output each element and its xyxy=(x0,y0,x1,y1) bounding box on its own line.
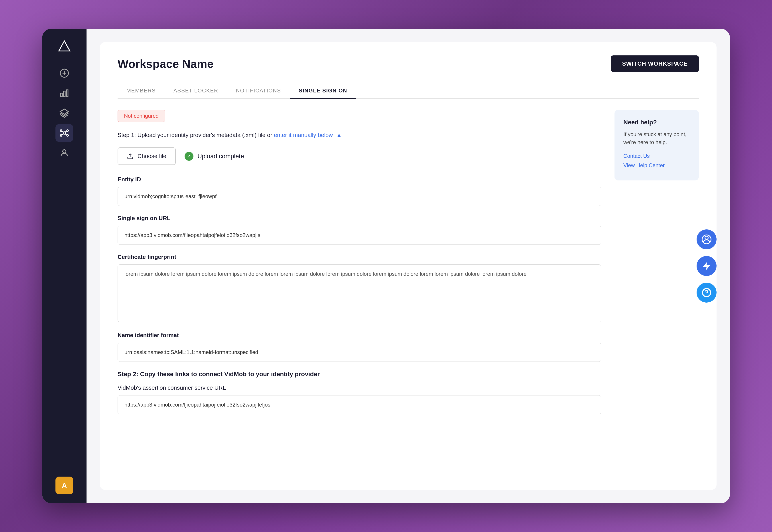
tabs: MEMBERS ASSET LOCKER NOTIFICATIONS SINGL… xyxy=(117,83,699,99)
name-id-input[interactable] xyxy=(117,343,601,362)
svg-rect-4 xyxy=(61,93,62,97)
entity-id-input[interactable] xyxy=(117,187,601,206)
upload-icon xyxy=(127,153,133,160)
upload-complete-status: ✓ Upload complete xyxy=(184,152,244,161)
tab-asset-locker[interactable]: ASSET LOCKER xyxy=(164,83,227,99)
svg-line-13 xyxy=(62,131,63,132)
step2-label: Step 2: Copy these links to connect VidM… xyxy=(117,371,601,378)
contact-us-link[interactable]: Contact Us xyxy=(623,153,690,159)
help-title: Need help? xyxy=(623,119,690,126)
acs-url-label: VidMob's assertion consumer service URL xyxy=(117,384,601,391)
step1-prefix: Step 1: Upload your identity provider's … xyxy=(117,132,272,138)
help-description: If you're stuck at any point, we're here… xyxy=(623,130,690,146)
question-icon xyxy=(702,288,711,297)
sidebar: A xyxy=(42,29,86,503)
svg-point-19 xyxy=(705,236,708,239)
view-help-center-link[interactable]: View Help Center xyxy=(623,162,690,168)
svg-line-14 xyxy=(65,131,67,132)
svg-marker-21 xyxy=(703,262,710,270)
tab-notifications[interactable]: NOTIFICATIONS xyxy=(227,83,290,99)
lightning-icon xyxy=(702,261,711,271)
panel-body: Not configured Step 1: Upload your ident… xyxy=(117,110,699,477)
tab-sso[interactable]: SINGLE SIGN ON xyxy=(290,83,356,99)
content-area: Workspace Name SWITCH WORKSPACE MEMBERS … xyxy=(86,29,730,503)
step1-description: Step 1: Upload your identity provider's … xyxy=(117,131,601,139)
page-title: Workspace Name xyxy=(117,57,214,70)
choose-file-button[interactable]: Choose file xyxy=(117,147,176,165)
step1-link[interactable]: enter it manually below xyxy=(274,132,333,138)
help-panel: Need help? If you're stuck at any point,… xyxy=(615,110,699,477)
user-circle-button[interactable] xyxy=(697,229,717,249)
sso-url-input[interactable] xyxy=(117,226,601,245)
svg-point-12 xyxy=(67,135,68,136)
upload-row: Choose file ✓ Upload complete xyxy=(117,147,601,165)
svg-marker-0 xyxy=(59,41,70,51)
svg-point-9 xyxy=(60,130,62,131)
upload-complete-label: Upload complete xyxy=(198,153,244,160)
lightning-button[interactable] xyxy=(697,256,717,276)
sidebar-item-users[interactable] xyxy=(55,144,73,162)
sidebar-item-layers[interactable] xyxy=(55,104,73,122)
entity-id-label: Entity ID xyxy=(117,176,601,183)
cert-fingerprint-input[interactable]: lorem ipsum dolore lorem ipsum dolore lo… xyxy=(117,264,601,322)
sso-url-label: Single sign on URL xyxy=(117,215,601,222)
sidebar-logo xyxy=(55,38,73,55)
svg-line-16 xyxy=(65,134,67,135)
svg-line-15 xyxy=(62,134,63,135)
switch-workspace-button[interactable]: SWITCH WORKSPACE xyxy=(611,55,699,72)
svg-point-10 xyxy=(67,130,68,131)
svg-rect-6 xyxy=(66,90,68,97)
status-badge: Not configured xyxy=(117,110,165,122)
user-circle-icon xyxy=(702,235,711,244)
workspace-panel: Workspace Name SWITCH WORKSPACE MEMBERS … xyxy=(100,42,717,490)
check-circle-icon: ✓ xyxy=(184,152,194,161)
collapse-arrow-icon[interactable]: ▲ xyxy=(336,132,342,138)
cert-fingerprint-label: Certificate fingerprint xyxy=(117,254,601,260)
tab-members[interactable]: MEMBERS xyxy=(117,83,164,99)
question-button[interactable] xyxy=(697,283,717,303)
choose-file-label: Choose file xyxy=(137,153,166,160)
right-icon-panel xyxy=(697,229,717,303)
name-id-label: Name identifier format xyxy=(117,332,601,339)
sso-form: Not configured Step 1: Upload your ident… xyxy=(117,110,601,477)
avatar[interactable]: A xyxy=(55,477,73,494)
sidebar-item-add[interactable] xyxy=(55,64,73,82)
svg-point-11 xyxy=(60,135,62,136)
sidebar-item-connections[interactable] xyxy=(55,124,73,142)
help-box: Need help? If you're stuck at any point,… xyxy=(615,110,699,180)
svg-point-17 xyxy=(63,150,66,153)
acs-url-input[interactable] xyxy=(117,395,601,414)
svg-rect-5 xyxy=(63,91,65,97)
sidebar-item-analytics[interactable] xyxy=(55,84,73,102)
panel-header: Workspace Name SWITCH WORKSPACE xyxy=(117,55,699,72)
